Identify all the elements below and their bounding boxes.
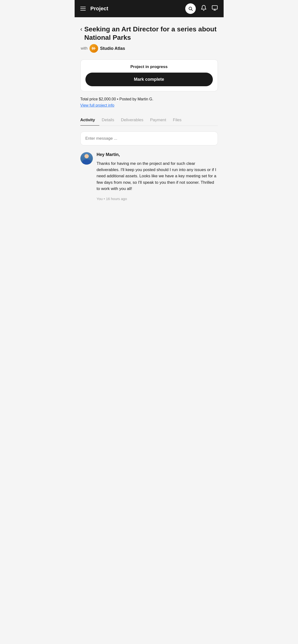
message-input-container[interactable] — [80, 132, 218, 146]
studio-row: with Studio Atlas — [81, 44, 218, 53]
with-label: with — [81, 46, 88, 50]
main-content: ‹ Seeking an Art Director for a series a… — [75, 17, 224, 206]
status-card: Project in progress Mark complete — [80, 60, 218, 91]
tab-files[interactable]: Files — [173, 115, 186, 125]
activity-section: Hey Martin, Thanks for having me on the … — [80, 152, 218, 201]
notifications-icon[interactable] — [201, 5, 207, 12]
message-meta: You • 16 hours ago — [97, 197, 218, 201]
back-arrow-icon[interactable]: ‹ — [80, 26, 83, 33]
navbar-left: Project — [80, 6, 108, 12]
tab-activity[interactable]: Activity — [80, 115, 99, 126]
svg-rect-7 — [93, 48, 94, 49]
message-content: Hey Martin, Thanks for having me on the … — [97, 152, 218, 201]
studio-name: Studio Atlas — [100, 46, 125, 51]
search-button[interactable] — [185, 3, 196, 14]
tabs-row: Activity Details Deliverables Payment Fi… — [80, 115, 218, 126]
svg-line-1 — [191, 10, 192, 11]
svg-rect-9 — [95, 48, 95, 49]
tab-payment[interactable]: Payment — [150, 115, 170, 125]
hamburger-menu-icon[interactable] — [80, 7, 86, 10]
avatar — [80, 152, 93, 164]
project-status-text: Project in progress — [85, 64, 213, 69]
tab-deliverables[interactable]: Deliverables — [121, 115, 148, 125]
project-info-text: Total price $2,000.00 • Posted by Martin… — [80, 97, 153, 101]
svg-rect-2 — [212, 6, 217, 9]
tab-details[interactable]: Details — [102, 115, 118, 125]
svg-rect-5 — [92, 48, 92, 49]
mark-complete-button[interactable]: Mark complete — [85, 72, 213, 86]
page-title: Seeking an Art Director for a series abo… — [84, 25, 218, 42]
project-meta: Total price $2,000.00 • Posted by Martin… — [80, 97, 218, 108]
navbar-title: Project — [90, 6, 108, 12]
studio-logo — [89, 44, 98, 53]
message-row: Hey Martin, Thanks for having me on the … — [80, 152, 218, 201]
navbar-right — [185, 3, 218, 14]
message-greeting: Hey Martin, — [97, 152, 218, 157]
svg-rect-8 — [94, 47, 95, 50]
message-input[interactable] — [85, 136, 213, 141]
view-project-link[interactable]: View full project info — [80, 103, 114, 108]
svg-rect-6 — [93, 47, 93, 50]
title-row: ‹ Seeking an Art Director for a series a… — [80, 25, 218, 42]
screen-icon[interactable] — [212, 5, 218, 12]
navbar: Project — [75, 0, 224, 17]
message-body: Thanks for having me on the project and … — [97, 160, 218, 192]
